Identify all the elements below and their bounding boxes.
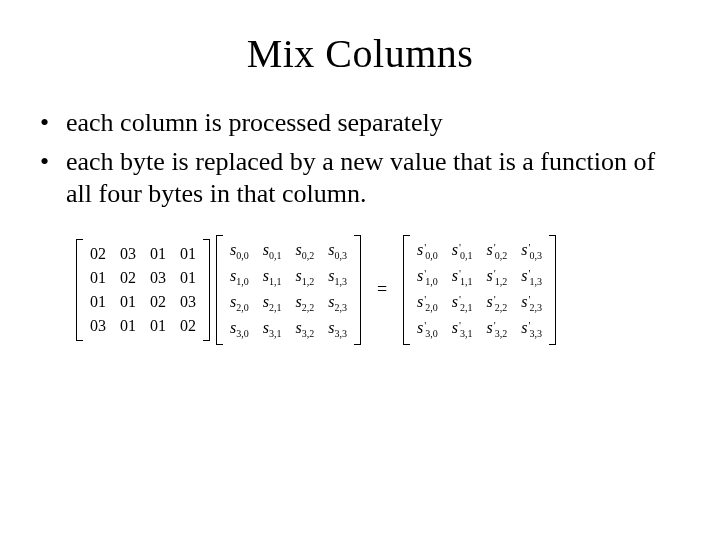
matrix-cell: s2,1: [263, 293, 282, 313]
matrix-cell: s3,3: [328, 319, 347, 339]
bullet-item: each byte is replaced by a new value tha…: [40, 146, 680, 211]
matrix-cell: s1,1: [263, 267, 282, 287]
matrix-cell: s1,3: [328, 267, 347, 287]
matrix-cell: s2,0: [230, 293, 249, 313]
left-bracket-icon: [76, 239, 82, 341]
matrix-cell: s'2,2: [487, 293, 508, 313]
matrix-cell: 01: [120, 317, 136, 335]
matrix-cell: s0,3: [328, 241, 347, 261]
matrix-cell: s'1,0: [417, 267, 438, 287]
matrix-cell: 01: [150, 245, 166, 263]
matrix-cell: s'1,2: [487, 267, 508, 287]
matrix-cell: s3,0: [230, 319, 249, 339]
matrix-cell: s'0,2: [487, 241, 508, 261]
matrix-cell: s1,0: [230, 267, 249, 287]
slide: Mix Columns each column is processed sep…: [0, 0, 720, 540]
matrix-cell: 01: [90, 269, 106, 287]
matrix-cell: 01: [180, 269, 196, 287]
right-bracket-icon: [355, 235, 361, 346]
matrix-cell: s0,2: [295, 241, 314, 261]
matrix-cell: s'3,1: [452, 319, 473, 339]
matrix-cell: s2,2: [295, 293, 314, 313]
equals-sign: =: [367, 279, 397, 300]
matrix-cell: 01: [120, 293, 136, 311]
matrix-cell: s'0,0: [417, 241, 438, 261]
matrix-cell: s'1,1: [452, 267, 473, 287]
coefficient-matrix: 02 03 01 01 01 02 03 01 01 01 02 03 03 0…: [76, 239, 210, 341]
left-bracket-icon: [403, 235, 409, 346]
matrix-cell: 03: [90, 317, 106, 335]
matrix-cell: 01: [90, 293, 106, 311]
mixcolumns-equation: 02 03 01 01 01 02 03 01 01 01 02 03 03 0…: [76, 235, 680, 346]
matrix-cell: s'0,3: [521, 241, 542, 261]
matrix-body: s0,0 s0,1 s0,2 s0,3 s1,0 s1,1 s1,2 s1,3 …: [222, 235, 355, 346]
matrix-cell: 03: [120, 245, 136, 263]
right-bracket-icon: [550, 235, 556, 346]
matrix-cell: s0,1: [263, 241, 282, 261]
matrix-cell: s3,2: [295, 319, 314, 339]
left-bracket-icon: [216, 235, 222, 346]
matrix-cell: 03: [150, 269, 166, 287]
matrix-cell: s2,3: [328, 293, 347, 313]
matrix-cell: 01: [180, 245, 196, 263]
matrix-cell: s0,0: [230, 241, 249, 261]
slide-title: Mix Columns: [40, 30, 680, 77]
matrix-cell: s'2,3: [521, 293, 542, 313]
matrix-cell: s'0,1: [452, 241, 473, 261]
bullet-item: each column is processed separately: [40, 107, 680, 140]
matrix-cell: s'2,0: [417, 293, 438, 313]
matrix-cell: 02: [120, 269, 136, 287]
state-matrix: s0,0 s0,1 s0,2 s0,3 s1,0 s1,1 s1,2 s1,3 …: [216, 235, 361, 346]
matrix-cell: s'1,3: [521, 267, 542, 287]
matrix-cell: s'3,3: [521, 319, 542, 339]
matrix-cell: 01: [150, 317, 166, 335]
matrix-cell: 03: [180, 293, 196, 311]
result-matrix: s'0,0 s'0,1 s'0,2 s'0,3 s'1,0 s'1,1 s'1,…: [403, 235, 556, 346]
matrix-cell: s3,1: [263, 319, 282, 339]
matrix-cell: 02: [90, 245, 106, 263]
bullet-list: each column is processed separately each…: [40, 107, 680, 211]
matrix-cell: 02: [150, 293, 166, 311]
matrix-cell: s'3,2: [487, 319, 508, 339]
matrix-cell: s1,2: [295, 267, 314, 287]
matrix-body: 02 03 01 01 01 02 03 01 01 01 02 03 03 0…: [82, 239, 204, 341]
matrix-body: s'0,0 s'0,1 s'0,2 s'0,3 s'1,0 s'1,1 s'1,…: [409, 235, 550, 346]
matrix-cell: 02: [180, 317, 196, 335]
right-bracket-icon: [204, 239, 210, 341]
matrix-cell: s'3,0: [417, 319, 438, 339]
matrix-cell: s'2,1: [452, 293, 473, 313]
